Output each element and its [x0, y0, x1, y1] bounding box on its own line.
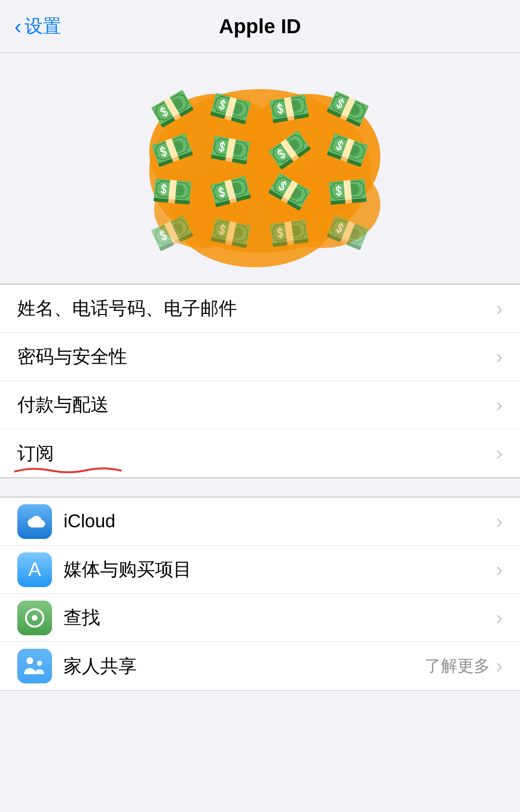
icon-settings-group: iCloud › A 媒体与购买项目 › 查找 ›	[0, 497, 520, 691]
svg-point-10	[37, 661, 42, 666]
svg-text:A: A	[28, 559, 41, 580]
family-sharing-sub-label: 了解更多	[425, 655, 490, 677]
family-sharing-icon	[22, 655, 47, 677]
name-phone-email-chevron-icon: ›	[496, 297, 503, 320]
subscriptions-chevron-icon: ›	[496, 442, 503, 465]
settings-group-separator	[0, 478, 520, 497]
money-emoji: 💵	[143, 170, 202, 213]
family-sharing-label: 家人共享	[64, 654, 425, 679]
findmy-icon	[17, 601, 52, 635]
navigation-bar: ‹ 设置 Apple ID	[0, 0, 520, 53]
back-button[interactable]: ‹ 设置	[14, 14, 61, 39]
money-emoji: 💵	[199, 208, 262, 258]
money-emoji: 💵	[259, 210, 319, 257]
subscriptions-item[interactable]: 订阅 ›	[0, 429, 520, 477]
password-security-chevron-icon: ›	[496, 345, 503, 368]
media-purchase-chevron-icon: ›	[496, 558, 503, 581]
back-chevron-icon: ‹	[14, 16, 22, 37]
back-label: 设置	[25, 14, 61, 39]
media-purchase-item[interactable]: A 媒体与购买项目 ›	[0, 546, 520, 594]
svg-point-8	[32, 615, 38, 621]
family-icon	[17, 649, 52, 683]
money-emoji: 💵	[318, 170, 377, 213]
appstore-a-icon: A	[24, 559, 46, 581]
find-item[interactable]: 查找 ›	[0, 594, 520, 642]
icloud-label: iCloud	[64, 511, 496, 532]
payment-delivery-chevron-icon: ›	[496, 393, 503, 417]
icloud-chevron-icon: ›	[496, 510, 503, 533]
page-title: Apple ID	[219, 15, 301, 38]
money-emoji: 💵	[258, 84, 320, 132]
family-sharing-item[interactable]: 家人共享 了解更多 ›	[0, 642, 520, 690]
find-label: 查找	[64, 605, 496, 630]
subscriptions-label: 订阅	[17, 441, 496, 466]
svg-point-9	[26, 657, 33, 664]
payment-delivery-label: 付款与配送	[17, 393, 496, 417]
appstore-icon: A	[17, 552, 52, 587]
icloud-item[interactable]: iCloud ›	[0, 498, 520, 546]
money-emoji-grid: 💵 💵 💵 💵 💵 💵 💵 💵 💵 💵 💵 💵 💵 💵 💵 💵	[130, 75, 390, 267]
findmy-circle-icon	[23, 606, 46, 629]
password-security-label: 密码与安全性	[17, 344, 496, 369]
avatar-blob: 💵 💵 💵 💵 💵 💵 💵 💵 💵 💵 💵 💵 💵 💵 💵 💵	[130, 75, 390, 267]
icloud-cloud-icon	[23, 513, 46, 530]
media-purchase-label: 媒体与购买项目	[64, 557, 496, 582]
name-phone-email-label: 姓名、电话号码、电子邮件	[17, 296, 496, 321]
icloud-icon	[17, 504, 52, 539]
name-phone-email-item[interactable]: 姓名、电话号码、电子邮件 ›	[0, 285, 520, 333]
avatar-section: 💵 💵 💵 💵 💵 💵 💵 💵 💵 💵 💵 💵 💵 💵 💵 💵	[0, 53, 520, 284]
family-sharing-chevron-icon: ›	[496, 655, 503, 678]
password-security-item[interactable]: 密码与安全性 ›	[0, 333, 520, 381]
find-chevron-icon: ›	[496, 606, 503, 629]
red-annotation-underline	[13, 465, 123, 474]
payment-delivery-item[interactable]: 付款与配送 ›	[0, 381, 520, 429]
simple-settings-group: 姓名、电话号码、电子邮件 › 密码与安全性 › 付款与配送 › 订阅 ›	[0, 284, 520, 478]
